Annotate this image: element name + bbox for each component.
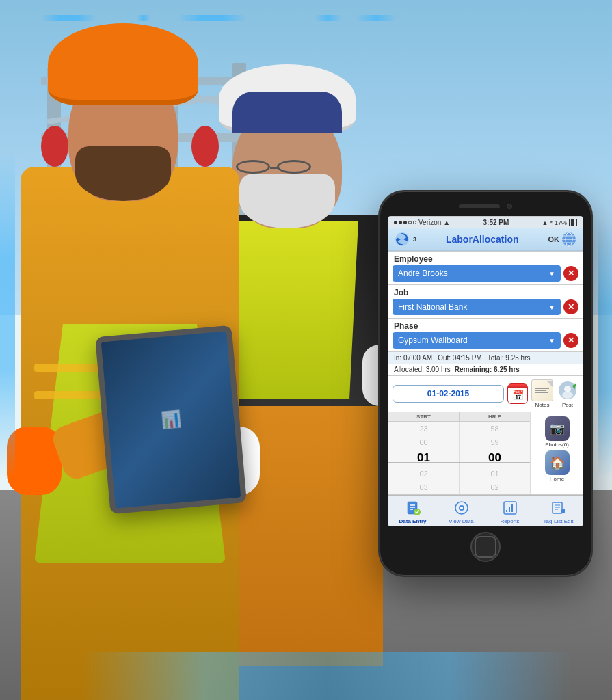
tag-list-icon <box>549 498 568 517</box>
phase-clear-button[interactable]: ✕ <box>563 333 578 348</box>
phase-row: Gypsum Wallboard ▼ ✕ <box>388 332 583 351</box>
picker-headers: STRT HR P <box>388 412 530 422</box>
calendar-button[interactable]: 📅 <box>507 383 528 404</box>
tab-tag-list-edit[interactable]: Tag-List Edit <box>534 498 583 524</box>
tablet-screen: 📊 <box>101 331 241 508</box>
remaining-value: Remaining: 6.25 hrs <box>455 366 520 373</box>
employee-clear-button[interactable]: ✕ <box>563 266 578 281</box>
picker-val-01-selected: 01 <box>417 449 430 467</box>
photos-label: Photos(0) <box>545 442 569 448</box>
allocated-bar: Allocated: 3.00 hrs Remaining: 6.25 hrs <box>388 364 583 375</box>
tab-data-entry-label: Data Entry <box>399 518 426 524</box>
date-action-row: 01-02-2015 📅 <box>388 376 583 412</box>
job-clear-button[interactable]: ✕ <box>563 299 578 314</box>
tab-reports-label: Reports <box>500 518 519 524</box>
globe-icon[interactable] <box>561 231 577 247</box>
employee-section: Employee Andre Brooks ▼ ✕ <box>388 252 583 284</box>
job-dropdown[interactable]: First National Bank ▼ <box>393 299 561 315</box>
job-dropdown-arrow: ▼ <box>548 304 555 311</box>
header-right: OK <box>548 231 578 247</box>
calendar-date-number: 📅 <box>512 390 524 401</box>
signal-dot-2 <box>399 221 402 224</box>
svg-point-9 <box>564 386 571 392</box>
top-accent-bars <box>41 12 571 21</box>
tab-view-data[interactable]: View Data <box>437 498 485 524</box>
job-value: First National Bank <box>398 302 467 312</box>
job-row: First National Bank ▼ ✕ <box>388 299 583 318</box>
tab-reports[interactable]: Reports <box>485 498 534 524</box>
phone-speaker <box>459 204 500 208</box>
picker-val-23: 23 <box>419 422 427 435</box>
svg-point-18 <box>460 507 463 509</box>
home-icon: 🏠 <box>545 450 570 475</box>
phase-section: Phase Gypsum Wallboard ▼ ✕ <box>388 319 583 351</box>
signal-dot-4 <box>408 221 412 224</box>
carrier-label: Verizon <box>418 219 441 226</box>
post-button[interactable]: Post <box>557 379 578 408</box>
picker-val-02b: 02 <box>490 481 498 494</box>
signal-dots <box>394 221 416 224</box>
tablet-device: 📊 <box>95 325 247 514</box>
job-section: Job First National Bank ▼ ✕ <box>388 285 583 318</box>
employee-label: Employee <box>388 252 583 265</box>
picker-val-00-selected: 00 <box>488 449 501 467</box>
post-label: Post <box>562 402 573 408</box>
home-label: Home <box>550 476 564 482</box>
data-entry-icon <box>403 498 423 517</box>
picker-val-59: 59 <box>490 435 498 449</box>
employee-value: Andre Brooks <box>398 269 448 278</box>
app-title: LaborAllocation <box>416 234 548 245</box>
time-out: Out: 04:15 PM <box>438 354 481 362</box>
employee-dropdown[interactable]: Andre Brooks ▼ <box>393 265 561 282</box>
ok-button[interactable]: OK <box>548 235 560 243</box>
picker-val-58: 58 <box>490 422 498 435</box>
picker-header-hrp: HR P <box>460 412 530 421</box>
notes-button[interactable]: Notes <box>531 379 553 408</box>
right-accent-bar <box>598 219 612 479</box>
job-label: Job <box>388 285 583 299</box>
picker-col-1[interactable]: 23 00 01 02 03 <box>388 412 459 494</box>
bluetooth-icon: * <box>550 219 553 226</box>
employee-dropdown-arrow: ▼ <box>548 270 555 278</box>
picker-val-00a: 00 <box>419 435 427 449</box>
phone-camera <box>507 204 512 209</box>
status-right: ▲ * 17% ▊ <box>542 219 577 226</box>
phone-home-button[interactable] <box>470 532 501 562</box>
photos-button[interactable]: 📷 Photos(0) <box>545 416 570 448</box>
header-left: 3 <box>394 231 416 247</box>
picker-val-03: 03 <box>419 481 427 494</box>
picker-col-2[interactable]: 58 59 00 01 02 <box>460 412 530 494</box>
tab-tag-list-label: Tag-List Edit <box>543 518 573 524</box>
post-icon <box>557 380 578 401</box>
phase-dropdown[interactable]: Gypsum Wallboard ▼ <box>393 332 561 349</box>
picker-val-02a: 02 <box>419 467 427 481</box>
left-accent-bar <box>0 150 15 479</box>
ios-status-bar: Verizon ▲ 3:52 PM ▲ * 17% ▊ <box>388 217 583 228</box>
phase-label: Phase <box>388 319 583 332</box>
date-field[interactable]: 01-02-2015 <box>393 385 504 403</box>
time-bar: In: 07:00 AM Out: 04:15 PM Total: 9.25 h… <box>388 352 583 364</box>
home-button[interactable]: 🏠 Home <box>545 450 570 482</box>
battery-icon: ▊ <box>569 219 577 226</box>
signal-dot-5 <box>413 221 416 224</box>
picker-section: STRT HR P 23 00 01 02 <box>388 412 583 494</box>
tab-view-data-label: View Data <box>449 518 473 524</box>
app-header: 3 LaborAllocation OK <box>388 228 583 251</box>
phase-value: Gypsum Wallboard <box>398 336 468 345</box>
status-left: Verizon ▲ <box>394 219 450 226</box>
reports-icon <box>501 498 520 517</box>
phase-dropdown-arrow: ▼ <box>548 337 555 345</box>
employee-row: Andre Brooks ▼ ✕ <box>388 265 583 284</box>
time-picker[interactable]: STRT HR P 23 00 01 02 <box>388 412 531 494</box>
svg-point-10 <box>562 392 573 399</box>
bottom-tabs: Data Entry View Data <box>388 495 583 526</box>
tab-data-entry[interactable]: Data Entry <box>388 498 437 524</box>
sync-icon[interactable] <box>394 231 410 247</box>
allocated-value: Allocated: 3.00 hrs <box>394 366 451 373</box>
time-in: In: 07:00 AM <box>394 354 432 362</box>
picker-columns: STRT HR P 23 00 01 02 <box>388 412 530 494</box>
phone-top-bar <box>388 200 583 213</box>
phone-device: Verizon ▲ 3:52 PM ▲ * 17% ▊ <box>380 191 591 576</box>
photos-icon: 📷 <box>545 416 570 441</box>
signal-dot-1 <box>394 221 397 224</box>
